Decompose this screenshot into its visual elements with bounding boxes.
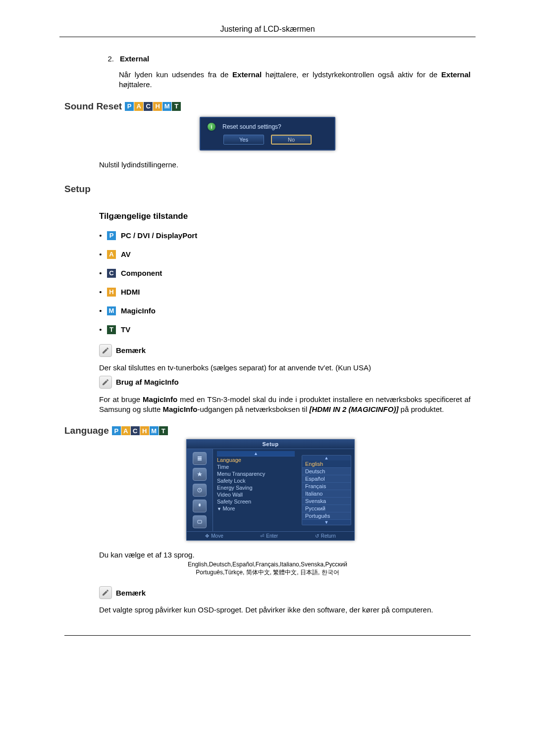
sound-reset-heading: Sound Reset P A C H M T: [64, 101, 471, 112]
osd-language-option[interactable]: Português: [302, 512, 351, 520]
external-item: 2. External: [99, 54, 471, 63]
scroll-up-icon[interactable]: ▲: [217, 451, 295, 456]
osd-language-option[interactable]: Русский: [302, 505, 351, 512]
osd-tab-icon[interactable]: [193, 500, 207, 512]
osd-language-option[interactable]: Español: [302, 475, 351, 483]
osd-language-option[interactable]: Italiano: [302, 490, 351, 498]
badge-h-icon: H: [153, 102, 162, 111]
no-button[interactable]: No: [271, 135, 312, 145]
badge-h-icon: H: [107, 288, 116, 297]
reset-text: Nulstil lydindstillingerne.: [99, 160, 471, 169]
badge-c-icon: C: [131, 426, 140, 435]
badge-t-icon: T: [107, 325, 116, 334]
osd-footer-move: ✥Move: [205, 533, 223, 539]
content: 2. External Når lyden kun udsendes fra d…: [59, 54, 476, 636]
badge-row: P A C H M T: [112, 426, 168, 435]
osd-language-option[interactable]: Svenska: [302, 498, 351, 505]
osd-menu-item[interactable]: Menu Transparency: [217, 470, 295, 477]
osd-language-option[interactable]: English: [302, 460, 351, 468]
badge-a-icon: A: [107, 250, 116, 259]
osd-tab-bar: [187, 449, 213, 531]
badge-c-icon: C: [107, 269, 116, 278]
list-item: • A AV: [99, 250, 471, 259]
info-icon: i: [208, 123, 215, 131]
badge-t-icon: T: [172, 102, 181, 111]
osd-menu-item[interactable]: Energy Saving: [217, 484, 295, 491]
note-text: Der skal tilsluttes en tv-tunerboks (sæl…: [99, 363, 471, 373]
list-item: • M MagicInfo: [99, 306, 471, 315]
note-label: Bemærk: [116, 589, 146, 597]
sound-reset-title: Sound Reset: [64, 101, 122, 112]
mode-label: PC / DVI / DisplayPort: [121, 231, 197, 240]
osd-menu-item[interactable]: Video Wall: [217, 491, 295, 498]
osd-tab-icon[interactable]: [193, 452, 207, 465]
move-icon: ✥: [205, 533, 209, 539]
language-heading: Language P A C H M T: [64, 425, 471, 436]
osd-tab-icon[interactable]: [193, 484, 207, 497]
osd-footer-return: ↺Return: [315, 533, 336, 539]
list-item: • C Component: [99, 269, 471, 278]
list-item: • H HDMI: [99, 288, 471, 297]
badge-m-icon: M: [107, 306, 116, 315]
osd-menu-list: ▲ Language Time Menu Transparency Safety…: [213, 449, 299, 531]
osd-menu-item[interactable]: Safety Screen: [217, 498, 295, 505]
setup-heading: Setup: [64, 184, 471, 195]
badge-m-icon: M: [150, 426, 159, 435]
note-row: Bemærk: [99, 344, 471, 357]
osd-language-option[interactable]: Français: [302, 483, 351, 490]
language-title: Language: [64, 425, 109, 436]
external-paragraph: Når lyden kun udsendes fra de External h…: [119, 70, 471, 90]
language-available-list: English,Deutsch,Español,Français,Italian…: [64, 561, 471, 576]
list-item: • P PC / DVI / DisplayPort: [99, 231, 471, 240]
language-note-text: Det valgte sprog påvirker kun OSD-sproge…: [99, 605, 471, 615]
page-title: Justering af LCD-skærmen: [59, 25, 476, 37]
osd-menu-item[interactable]: Language: [217, 456, 295, 463]
available-modes-heading: Tilgængelige tilstande: [99, 211, 471, 221]
badge-a-icon: A: [134, 102, 143, 111]
mode-list: • P PC / DVI / DisplayPort • A AV • C Co…: [99, 231, 471, 334]
osd-body: ▲ Language Time Menu Transparency Safety…: [187, 449, 354, 531]
note-icon: [99, 344, 112, 357]
badge-p-icon: P: [107, 231, 116, 240]
note-label: Bemærk: [116, 346, 146, 354]
note-icon: [99, 586, 112, 599]
scroll-down-icon[interactable]: ▼: [302, 520, 351, 525]
badge-a-icon: A: [121, 426, 130, 435]
reset-dialog-question: Reset sound settings?: [222, 123, 281, 130]
osd-menu-item[interactable]: Safety Lock: [217, 477, 295, 484]
osd-submenu: ▲ English Deutsch Español Français Itali…: [299, 449, 354, 531]
osd-tab-icon[interactable]: [193, 468, 207, 481]
osd-language-list: ▲ English Deutsch Español Français Itali…: [302, 455, 351, 525]
osd-setup-menu: Setup ▲ Language Time Menu Transparency …: [186, 439, 355, 541]
page: Justering af LCD-skærmen 2. External Når…: [0, 0, 535, 665]
badge-p-icon: P: [112, 426, 121, 435]
badge-p-icon: P: [125, 102, 134, 111]
language-select-text: Du kan vælge et af 13 sprog.: [99, 551, 471, 559]
list-item: • T TV: [99, 325, 471, 334]
magicinfo-row: Brug af MagicInfo: [99, 376, 471, 389]
mode-label: TV: [121, 325, 130, 334]
mode-label: HDMI: [121, 288, 140, 296]
svg-rect-1: [198, 520, 202, 523]
external-section: 2. External: [99, 54, 471, 63]
note-icon: [99, 376, 112, 389]
mode-label: MagicInfo: [121, 306, 156, 315]
osd-tab-icon[interactable]: [193, 515, 207, 528]
magicinfo-paragraph: For at bruge MagicInfo med en TSn-3-mode…: [99, 395, 471, 415]
external-number: 2.: [99, 54, 120, 63]
osd-footer-enter: ⏎Enter: [260, 533, 278, 539]
mode-label: AV: [121, 250, 131, 258]
osd-more-item[interactable]: More: [217, 505, 295, 512]
scroll-up-icon[interactable]: ▲: [302, 455, 351, 460]
badge-h-icon: H: [140, 426, 149, 435]
badge-m-icon: M: [162, 102, 171, 111]
osd-menu-item[interactable]: Time: [217, 463, 295, 470]
enter-icon: ⏎: [260, 533, 264, 539]
reset-dialog-header: i Reset sound settings?: [206, 122, 329, 135]
yes-button[interactable]: Yes: [223, 135, 264, 145]
magicinfo-label: Brug af MagicInfo: [116, 378, 179, 386]
osd-language-option[interactable]: Deutsch: [302, 468, 351, 475]
external-label: External: [120, 54, 149, 63]
badge-row: P A C H M T: [125, 102, 181, 111]
osd-footer: ✥Move ⏎Enter ↺Return: [187, 531, 354, 540]
